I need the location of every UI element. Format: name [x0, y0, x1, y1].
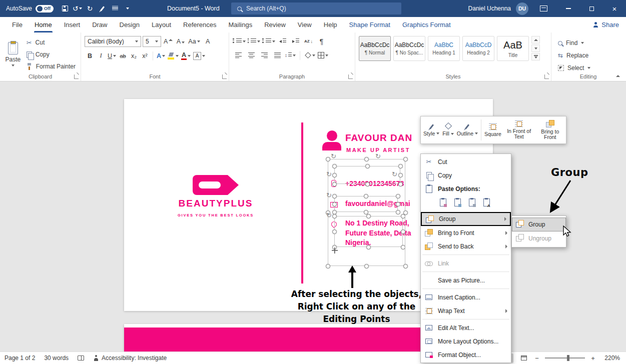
character-border-button[interactable]: A: [192, 50, 206, 61]
undo-chevron-icon[interactable]: [79, 8, 82, 10]
format-painter-button[interactable]: Format Painter: [24, 60, 79, 72]
tab-view[interactable]: View: [292, 17, 318, 32]
tab-shape-format[interactable]: Shape Format: [343, 17, 396, 32]
paste-keep-source-icon[interactable]: [437, 197, 448, 208]
subscript-button[interactable]: x₂: [129, 50, 139, 61]
save-icon[interactable]: [59, 0, 71, 17]
menu-cut[interactable]: ✂ Cut: [421, 155, 511, 168]
menu-more-layout-options[interactable]: More Layout Options...: [421, 334, 511, 348]
align-center-button[interactable]: [246, 50, 257, 60]
autosave-control[interactable]: AutoSave Off: [6, 5, 54, 12]
select-button[interactable]: Select: [555, 62, 623, 74]
find-button[interactable]: Find: [555, 37, 623, 49]
menu-save-as-picture[interactable]: Save as Picture...: [421, 274, 511, 287]
zoom-slider[interactable]: [545, 358, 585, 358]
avatar[interactable]: DU: [516, 2, 528, 15]
tab-mailings[interactable]: Mailings: [223, 17, 259, 32]
bullets-button[interactable]: [233, 36, 246, 46]
paste-merge-icon[interactable]: [452, 197, 463, 208]
menu-edit-alt-text[interactable]: Edit Alt Text...: [421, 321, 511, 334]
search-box[interactable]: Search (Alt+Q): [231, 2, 401, 14]
italic-button[interactable]: I: [96, 50, 106, 61]
card-address-text[interactable]: No 1 Destiny Road, Future Estate, Delta …: [345, 218, 411, 248]
web-layout-button[interactable]: [518, 354, 529, 363]
zoom-out-button[interactable]: −: [534, 354, 540, 362]
pen-icon[interactable]: [96, 0, 109, 17]
align-right-button[interactable]: [259, 50, 270, 60]
multilevel-list-button[interactable]: [262, 36, 275, 46]
beautyplus-logo[interactable]: [193, 175, 239, 195]
tab-help[interactable]: Help: [318, 17, 343, 32]
menu-send-to-back[interactable]: Send to Back: [421, 240, 511, 253]
list-icon[interactable]: [109, 0, 121, 17]
styles-scroll-down[interactable]: [531, 44, 540, 52]
style-heading2[interactable]: AaBbCcD Heading 2: [462, 36, 494, 61]
styles-dialog-launcher[interactable]: [544, 74, 549, 79]
close-button[interactable]: ×: [603, 0, 626, 17]
collapse-ribbon-button[interactable]: [616, 70, 620, 79]
card-email-text[interactable]: favourdaniel@gmai: [345, 200, 410, 208]
style-no-spacing[interactable]: AaBbCcDc ¶ No Spac...: [393, 36, 425, 61]
cut-button[interactable]: ✂ Cut: [24, 37, 79, 48]
redo-icon[interactable]: ↻: [84, 0, 96, 17]
menu-group[interactable]: Group: [421, 212, 511, 226]
menu-wrap-text[interactable]: Wrap Text: [421, 304, 511, 318]
borders-button[interactable]: [317, 50, 328, 60]
text-effects-button[interactable]: A: [156, 50, 166, 61]
menu-format-object[interactable]: Format Object...: [421, 348, 511, 362]
bring-to-front-button[interactable]: Bring to Front: [535, 118, 565, 142]
show-paragraph-marks-button[interactable]: ¶: [316, 36, 327, 46]
outline-button[interactable]: Outline: [455, 118, 479, 142]
style-heading1[interactable]: AaBbC Heading 1: [428, 36, 460, 61]
replace-button[interactable]: ⇆ Replace: [555, 50, 623, 62]
tab-graphics-format[interactable]: Graphics Format: [396, 17, 457, 32]
numbering-button[interactable]: [248, 36, 261, 46]
justify-button[interactable]: [272, 50, 283, 60]
accessibility-status[interactable]: Accessibility: Investigate: [93, 354, 167, 362]
copy-button[interactable]: Copy: [24, 49, 79, 60]
tab-review[interactable]: Review: [258, 17, 292, 32]
maximize-button[interactable]: [580, 0, 603, 17]
menu-copy[interactable]: Copy: [421, 168, 511, 182]
clipboard-dialog-launcher[interactable]: [74, 74, 79, 79]
zoom-slider-thumb[interactable]: [567, 355, 569, 361]
undo-icon[interactable]: ↺: [71, 0, 84, 17]
highlight-button[interactable]: [167, 50, 180, 61]
in-front-of-text-button[interactable]: In Front of Text: [503, 118, 535, 142]
tab-layout[interactable]: Layout: [146, 17, 177, 32]
fill-button[interactable]: Fill: [441, 118, 455, 142]
underline-button[interactable]: U: [107, 50, 117, 61]
increase-indent-button[interactable]: [290, 36, 301, 46]
font-dialog-launcher[interactable]: [222, 74, 227, 79]
submenu-group[interactable]: Group: [512, 218, 566, 232]
paste-text-only-icon[interactable]: [481, 197, 492, 208]
style-normal[interactable]: AaBbCcDc ¶ Normal: [359, 36, 391, 61]
autosave-toggle[interactable]: Off: [36, 5, 54, 12]
zoom-level[interactable]: 220%: [601, 354, 620, 362]
card-name-text[interactable]: FAVOUR DAN: [345, 132, 412, 144]
superscript-button[interactable]: x²: [140, 50, 150, 61]
minimize-button[interactable]: [557, 0, 580, 17]
customize-toolbar-icon[interactable]: [121, 0, 134, 17]
share-button[interactable]: Share: [593, 17, 619, 32]
menu-bring-to-front[interactable]: Bring to Front: [421, 226, 511, 240]
tab-draw[interactable]: Draw: [86, 17, 113, 32]
align-left-button[interactable]: [233, 50, 244, 60]
grow-font-button[interactable]: A: [163, 36, 174, 47]
menu-insert-caption[interactable]: Insert Caption...: [421, 290, 511, 304]
person-icon[interactable]: [322, 130, 341, 150]
sort-button[interactable]: AZ↓: [303, 36, 314, 46]
card-divider-line[interactable]: [301, 122, 303, 284]
font-name-combo[interactable]: Calibri (Body): [85, 36, 141, 47]
tab-references[interactable]: References: [177, 17, 222, 32]
tagline-text[interactable]: GIVES YOU THE BEST LOOKS: [175, 213, 256, 218]
word-count[interactable]: 30 words: [44, 354, 69, 362]
paste-picture-icon[interactable]: [466, 197, 477, 208]
tab-file[interactable]: File: [6, 17, 29, 32]
zoom-in-button[interactable]: +: [590, 354, 596, 362]
shrink-font-button[interactable]: A: [175, 36, 186, 47]
wrap-square-button[interactable]: Square: [483, 118, 503, 142]
clear-formatting-button[interactable]: A: [203, 36, 213, 47]
paste-chevron-icon[interactable]: [12, 64, 15, 66]
change-case-button[interactable]: Aa: [187, 36, 201, 47]
